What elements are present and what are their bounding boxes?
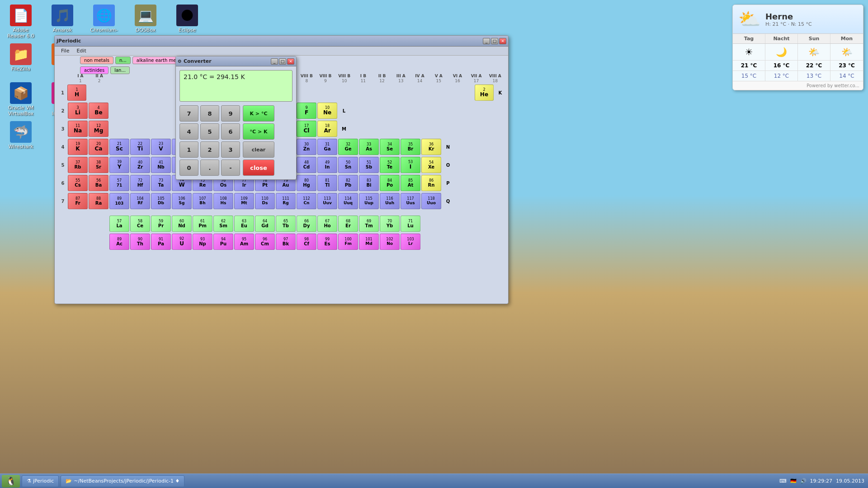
element-La57-71[interactable]: 5771: [109, 175, 129, 191]
element-U[interactable]: 92U: [172, 234, 192, 250]
element-Tb[interactable]: 65Tb: [276, 216, 296, 232]
element-I[interactable]: 53I: [401, 157, 420, 173]
element-Fr[interactable]: 87Fr: [68, 193, 88, 209]
btn-9[interactable]: 9: [221, 105, 240, 122]
btn-5[interactable]: 5: [200, 123, 219, 140]
file-menu[interactable]: File: [57, 47, 73, 55]
element-Ar[interactable]: 18Ar: [317, 121, 337, 137]
element-Zr[interactable]: 40Zr: [130, 157, 150, 173]
element-Sg[interactable]: 106Sg: [172, 193, 192, 209]
element-Cn[interactable]: 112Cn: [297, 193, 316, 209]
element-Ne[interactable]: 10Ne: [317, 103, 337, 119]
element-Nb[interactable]: 41Nb: [151, 157, 171, 173]
btn-1[interactable]: 1: [179, 141, 198, 158]
btn-7[interactable]: 7: [179, 105, 198, 122]
btn-0[interactable]: 0: [179, 160, 198, 176]
btn-dot[interactable]: .: [200, 160, 219, 176]
element-Ga[interactable]: 31Ga: [317, 139, 337, 155]
converter-titlebar[interactable]: ⚙ Converter _ □ ✕: [176, 56, 296, 66]
converter-minimize[interactable]: _: [271, 58, 278, 65]
element-Pm[interactable]: 61Pm: [193, 216, 212, 232]
legend-tab5[interactable]: lan...: [110, 66, 130, 74]
element-At[interactable]: 85At: [401, 175, 420, 191]
element-Uus[interactable]: 117Uus: [401, 193, 420, 209]
element-Cd[interactable]: 48Cd: [297, 157, 316, 173]
element-Y[interactable]: 39Y: [109, 157, 129, 173]
btn-4[interactable]: 4: [179, 123, 198, 140]
icon-filezilla[interactable]: 📁 FileZilla: [5, 43, 37, 78]
element-Hg[interactable]: 80Hg: [297, 175, 316, 191]
element-Uuo[interactable]: 118Uuo: [421, 193, 441, 209]
element-Pa[interactable]: 91Pa: [151, 234, 171, 250]
taskbar-netbeans[interactable]: 📂 ~/NetBeansProjects/jPeriodic/jPeriodic…: [61, 475, 184, 487]
jperiodic-titlebar[interactable]: jPeriodic _ □ ✕: [55, 36, 508, 47]
element-Sr[interactable]: 38Sr: [89, 157, 108, 173]
icon-eclipse[interactable]: 🌑 Eclipse: [171, 5, 203, 39]
element-H[interactable]: 1H: [67, 84, 86, 101]
close-button[interactable]: ✕: [499, 38, 506, 44]
element-Cm[interactable]: 96Cm: [255, 234, 275, 250]
icon-dosbox[interactable]: 💻 DOSBox: [129, 5, 162, 39]
element-Tl[interactable]: 81Tl: [317, 175, 337, 191]
icon-virtualbox[interactable]: 📦 Oracle VMVirtualBox: [5, 82, 37, 117]
btn-clear[interactable]: clear: [243, 141, 274, 158]
element-Cs[interactable]: 55Cs: [68, 175, 88, 191]
element-Tm[interactable]: 69Tm: [359, 216, 379, 232]
element-Sm[interactable]: 62Sm: [213, 216, 233, 232]
element-Ho[interactable]: 67Ho: [317, 216, 337, 232]
element-Li[interactable]: 3Li: [68, 103, 88, 119]
element-Eu[interactable]: 63Eu: [234, 216, 254, 232]
element-Ds[interactable]: 110Ds: [255, 193, 275, 209]
element-Ce[interactable]: 58Ce: [130, 216, 150, 232]
converter-maximize[interactable]: □: [279, 58, 286, 65]
btn-6[interactable]: 6: [221, 123, 240, 140]
legend-nonmetals[interactable]: non metals: [80, 56, 113, 64]
element-Hf[interactable]: 72Hf: [130, 175, 150, 191]
element-Uut[interactable]: 113Uuv: [317, 193, 337, 209]
element-He[interactable]: 2He: [475, 84, 494, 101]
element-Uuq[interactable]: 114Uuq: [338, 193, 358, 209]
element-Na[interactable]: 11Na: [68, 121, 88, 137]
element-Bi[interactable]: 83Bi: [359, 175, 379, 191]
element-Uuh[interactable]: 116Uuh: [380, 193, 400, 209]
btn-minus[interactable]: -: [221, 160, 240, 176]
element-Ba[interactable]: 56Ba: [89, 175, 108, 191]
btn-8[interactable]: 8: [200, 105, 219, 122]
element-Rn[interactable]: 86Rn: [421, 175, 441, 191]
element-Hs[interactable]: 108Hs: [213, 193, 233, 209]
element-Np[interactable]: 93Np: [193, 234, 212, 250]
start-button[interactable]: 🐧: [2, 475, 20, 488]
element-Po[interactable]: 84Po: [380, 175, 400, 191]
element-Ac89-103[interactable]: 89103: [109, 193, 129, 209]
element-K[interactable]: 19K: [68, 139, 88, 155]
element-Mt[interactable]: 109Mt: [234, 193, 254, 209]
element-Rg[interactable]: 111Rg: [276, 193, 296, 209]
element-In[interactable]: 49In: [317, 157, 337, 173]
element-Sc[interactable]: 21Sc: [109, 139, 129, 155]
element-Br[interactable]: 35Br: [401, 139, 420, 155]
element-Pu[interactable]: 94Pu: [213, 234, 233, 250]
minimize-button[interactable]: _: [483, 38, 490, 44]
element-Bh[interactable]: 107Bh: [193, 193, 212, 209]
element-Nd[interactable]: 60Nd: [172, 216, 192, 232]
element-Ge[interactable]: 32Ge: [338, 139, 358, 155]
element-Se[interactable]: 34Se: [380, 139, 400, 155]
element-Dy[interactable]: 66Dy: [297, 216, 316, 232]
element-Lu[interactable]: 71Lu: [401, 216, 420, 232]
element-Db[interactable]: 105Db: [151, 193, 171, 209]
legend-actinides[interactable]: actinides: [80, 66, 108, 74]
icon-wireshark[interactable]: 🦈 Wireshark: [5, 121, 37, 150]
btn-2[interactable]: 2: [200, 141, 219, 158]
element-Md[interactable]: 101Md: [359, 234, 379, 250]
element-Er[interactable]: 68Er: [338, 216, 358, 232]
element-Pr[interactable]: 59Pr: [151, 216, 171, 232]
element-Gd[interactable]: 64Gd: [255, 216, 275, 232]
maximize-button[interactable]: □: [491, 38, 498, 44]
element-Uup[interactable]: 115Uup: [359, 193, 379, 209]
btn-k-to-c[interactable]: K > °C: [243, 105, 274, 122]
element-Fm[interactable]: 100Fm: [338, 234, 358, 250]
element-Th[interactable]: 90Th: [130, 234, 150, 250]
element-Rb[interactable]: 37Rb: [68, 157, 88, 173]
edit-menu[interactable]: Edit: [73, 47, 90, 55]
converter-close[interactable]: ✕: [287, 58, 294, 65]
